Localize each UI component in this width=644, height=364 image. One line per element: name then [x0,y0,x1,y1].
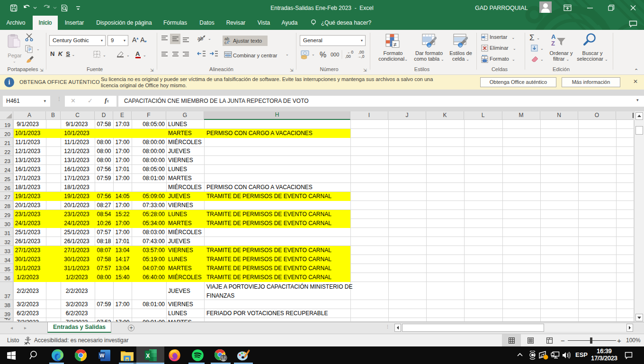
svg-text:⌄: ⌄ [103,53,106,57]
svg-text:⌄: ⌄ [540,46,544,51]
svg-text:→,0: →,0 [357,54,365,59]
svg-text:A: A [135,50,140,57]
svg-text:000: 000 [331,52,339,57]
svg-text:%: % [320,51,326,59]
svg-text:W: W [99,353,105,358]
svg-text:⌄: ⌄ [312,52,315,56]
svg-text:c: c [224,40,227,45]
svg-text:⌄: ⌄ [143,53,146,57]
svg-text:⌄: ⌄ [208,36,211,41]
svg-text:⌄: ⌄ [126,53,130,57]
svg-text:⌄: ⌄ [540,57,544,62]
svg-text:,00: ,00 [345,54,351,59]
svg-text:Z: Z [551,40,555,46]
svg-text:A: A [551,33,556,40]
svg-text:≠: ≠ [394,41,397,48]
svg-text:X: X [146,353,150,359]
